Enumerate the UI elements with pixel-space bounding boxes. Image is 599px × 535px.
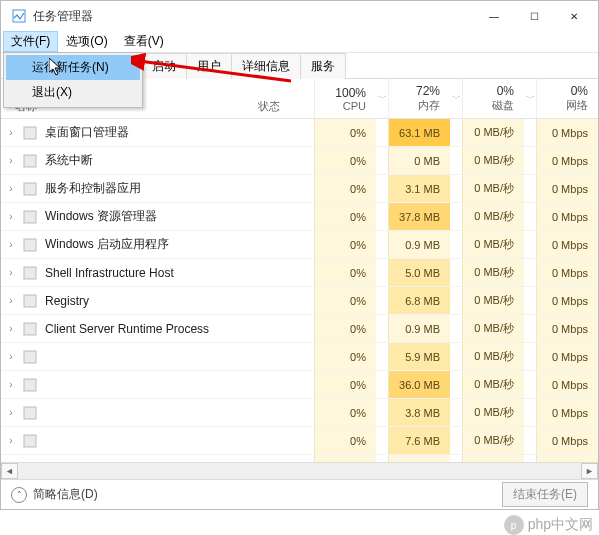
cell-cpu: 0%: [314, 371, 376, 398]
table-row[interactable]: ›Registry0%6.8 MB0 MB/秒0 Mbps: [1, 287, 598, 315]
watermark: p php中文网: [504, 515, 593, 535]
process-list: ›桌面窗口管理器0%63.1 MB0 MB/秒0 Mbps›系统中断0%0 MB…: [1, 119, 598, 462]
expand-icon[interactable]: ›: [1, 127, 21, 138]
fewer-details-link[interactable]: 简略信息(D): [33, 486, 98, 503]
table-row[interactable]: ›Windows 启动应用程序0%0.9 MB0 MB/秒0 Mbps: [1, 231, 598, 259]
cell-memory: 3.8 MB: [388, 399, 450, 426]
tab-users[interactable]: 用户: [186, 53, 232, 79]
cell-cpu: 0%: [314, 287, 376, 314]
process-icon: [21, 237, 39, 253]
network-label: 网络: [539, 98, 588, 113]
expand-icon[interactable]: ›: [1, 239, 21, 250]
cell-cpu: 0%: [314, 203, 376, 230]
scroll-track[interactable]: [18, 463, 581, 479]
minimize-button[interactable]: —: [474, 2, 514, 30]
tab-details[interactable]: 详细信息: [231, 53, 301, 79]
maximize-button[interactable]: ☐: [514, 2, 554, 30]
cell-network: 0 Mbps: [536, 427, 598, 454]
table-row[interactable]: ›0%5.9 MB0 MB/秒0 Mbps: [1, 343, 598, 371]
disk-percent: 0%: [465, 84, 514, 98]
cell-memory: 7.6 MB: [388, 427, 450, 454]
tab-startup[interactable]: 启动: [141, 53, 187, 79]
menu-options[interactable]: 选项(O): [58, 31, 115, 52]
table-row[interactable]: ›服务和控制器应用0%3.1 MB0 MB/秒0 Mbps: [1, 175, 598, 203]
cell-memory: 6.8 MB: [388, 287, 450, 314]
menu-file[interactable]: 文件(F): [3, 31, 58, 52]
svg-rect-11: [24, 407, 36, 419]
svg-rect-3: [24, 183, 36, 195]
titlebar[interactable]: 任务管理器 — ☐ ✕: [1, 1, 598, 31]
watermark-text: php中文网: [528, 516, 593, 534]
expand-icon[interactable]: ›: [1, 351, 21, 362]
svg-rect-12: [24, 435, 36, 447]
process-name: Registry: [43, 294, 254, 308]
sort-chevron-icon: ﹀: [524, 79, 536, 118]
table-row[interactable]: ›0%7.6 MB0 MB/秒0 Mbps: [1, 427, 598, 455]
col-header-status[interactable]: 状态: [254, 79, 314, 118]
table-row[interactable]: ›桌面窗口管理器0%63.1 MB0 MB/秒0 Mbps: [1, 119, 598, 147]
menu-run-new-task[interactable]: 运行新任务(N): [6, 55, 140, 80]
horizontal-scrollbar[interactable]: ◄ ►: [1, 462, 598, 479]
cell-memory: 0.9 MB: [388, 231, 450, 258]
process-icon: [21, 265, 39, 281]
cell-network: 0 Mbps: [536, 371, 598, 398]
app-icon: [11, 8, 27, 24]
table-row[interactable]: ›0%3.8 MB0 MB/秒0 Mbps: [1, 399, 598, 427]
cell-disk: 0 MB/秒: [462, 147, 524, 174]
svg-rect-2: [24, 155, 36, 167]
table-row[interactable]: ›Client Server Runtime Process0%0.9 MB0 …: [1, 315, 598, 343]
process-name: 桌面窗口管理器: [43, 124, 254, 141]
process-name: Client Server Runtime Process: [43, 322, 254, 336]
cpu-percent: 100%: [317, 86, 366, 100]
col-header-network[interactable]: 0% 网络: [536, 79, 598, 118]
svg-rect-5: [24, 239, 36, 251]
network-percent: 0%: [539, 84, 588, 98]
expand-icon[interactable]: ›: [1, 407, 21, 418]
close-button[interactable]: ✕: [554, 2, 594, 30]
process-icon: [21, 153, 39, 169]
col-header-cpu[interactable]: 100% CPU: [314, 79, 376, 118]
expand-icon[interactable]: ›: [1, 183, 21, 194]
process-icon: [21, 293, 39, 309]
expand-icon[interactable]: ›: [1, 267, 21, 278]
process-name: 服务和控制器应用: [43, 180, 254, 197]
col-header-memory[interactable]: 72% 内存: [388, 79, 450, 118]
table-row[interactable]: ›系统中断0%0 MB0 MB/秒0 Mbps: [1, 147, 598, 175]
process-icon: [21, 461, 39, 463]
expand-icon[interactable]: ›: [1, 379, 21, 390]
process-icon: [21, 405, 39, 421]
cell-cpu: 0%: [314, 231, 376, 258]
cell-disk: 0 MB/秒: [462, 427, 524, 454]
cell-disk: 0 MB/秒: [462, 371, 524, 398]
memory-label: 内存: [391, 98, 440, 113]
table-row[interactable]: ›Shell Infrastructure Host0%5.0 MB0 MB/秒…: [1, 259, 598, 287]
expand-icon[interactable]: ›: [1, 323, 21, 334]
menu-exit[interactable]: 退出(X): [6, 80, 140, 105]
table-row[interactable]: ›Windows 资源管理器0%37.8 MB0 MB/秒0 Mbps: [1, 203, 598, 231]
tab-services[interactable]: 服务: [300, 53, 346, 79]
scroll-left-button[interactable]: ◄: [1, 463, 18, 479]
svg-rect-8: [24, 323, 36, 335]
cell-cpu: 0%: [314, 315, 376, 342]
cell-cpu: 0%: [314, 119, 376, 146]
cell-network: 0 Mbps: [536, 315, 598, 342]
cell-memory: 63.1 MB: [388, 119, 450, 146]
process-name: Windows 资源管理器: [43, 208, 254, 225]
task-manager-window: 任务管理器 — ☐ ✕ 文件(F) 选项(O) 查看(V) 运行新任务(N) 退…: [0, 0, 599, 510]
menu-view[interactable]: 查看(V): [116, 31, 172, 52]
scroll-right-button[interactable]: ►: [581, 463, 598, 479]
cell-disk: 0 MB/秒: [462, 231, 524, 258]
col-header-disk[interactable]: 0% 磁盘: [462, 79, 524, 118]
table-row[interactable]: ›0%36.0 MB0 MB/秒0 Mbps: [1, 371, 598, 399]
expand-icon[interactable]: ›: [1, 435, 21, 446]
chevron-up-icon[interactable]: ˄: [11, 487, 27, 503]
expand-icon[interactable]: ›: [1, 211, 21, 222]
cell-network: 0 Mbps: [536, 455, 598, 462]
disk-label: 磁盘: [465, 98, 514, 113]
end-task-button[interactable]: 结束任务(E): [502, 482, 588, 507]
expand-icon[interactable]: ›: [1, 155, 21, 166]
window-title: 任务管理器: [33, 8, 474, 25]
cell-disk: 0 MB/秒: [462, 287, 524, 314]
table-row[interactable]: ›0%2.0 MB0 MB/秒0 Mbps: [1, 455, 598, 462]
expand-icon[interactable]: ›: [1, 295, 21, 306]
